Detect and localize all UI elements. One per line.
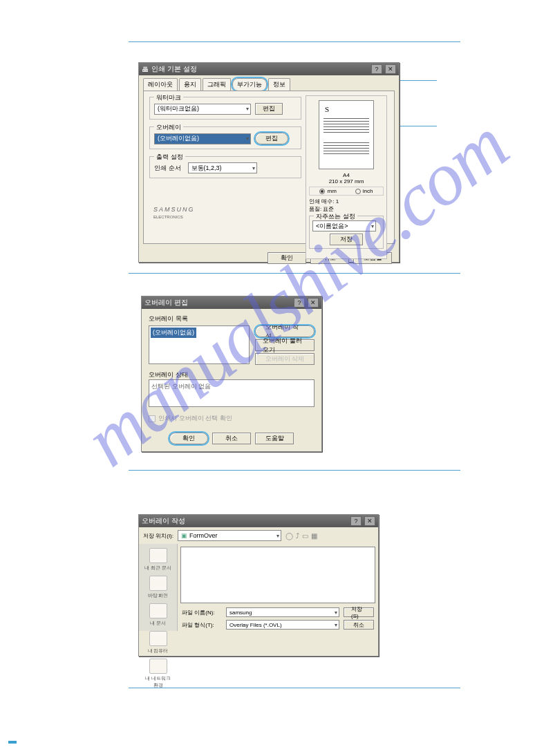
cancel-button[interactable]: 취소 <box>344 620 374 630</box>
place-desktop[interactable]: 바탕 화면 <box>144 576 173 599</box>
unit-mm-radio[interactable]: mm <box>319 188 336 194</box>
places-bar: 내 최근 문서 바탕 화면 내 문서 내 컴퓨터 내 네트워크 환경 <box>139 544 178 631</box>
close-icon[interactable]: ✕ <box>364 516 375 526</box>
toolbar-icons: ◯ ⤴ ▭ ▦ <box>285 532 317 540</box>
page-number <box>8 741 17 744</box>
samsung-logo: SAMSUNG ELECTRONICS <box>153 206 195 220</box>
help-icon[interactable]: ? <box>371 64 382 74</box>
save-button[interactable]: 저장(S) <box>344 607 374 617</box>
printer-icon: 🖶 <box>142 66 149 73</box>
page-preview: S <box>319 100 374 169</box>
save-location-select[interactable]: ▣ FormOver <box>178 530 281 541</box>
tab-extras[interactable]: 부가기능 <box>232 78 267 91</box>
back-icon[interactable]: ◯ <box>285 532 293 540</box>
overlay-status-box: 선택된 오버레이 없음 <box>149 379 315 407</box>
titlebar: 오버레이 작성 ? ✕ <box>139 515 378 527</box>
filetype-label: 파일 형식(T): <box>182 621 222 629</box>
place-network[interactable]: 내 네트워크 환경 <box>144 659 173 689</box>
output-legend: 출력 설정 <box>154 153 185 162</box>
tab-about[interactable]: 정보 <box>268 78 290 91</box>
print-prefs-window: 🖶 인쇄 기본 설정 ? ✕ 레이아웃 용지 그래픽 부가기능 정보 워터마크 … <box>138 62 400 263</box>
overlay-legend: 오버레이 <box>154 123 183 132</box>
list-item[interactable]: (오버레이없음) <box>151 328 196 338</box>
confirm-on-print-checkbox: 인쇄시 오버레이 선택 확인 <box>149 414 315 423</box>
location-row: 저장 위치(I): ▣ FormOver ◯ ⤴ ▭ ▦ <box>139 527 378 544</box>
favorites-fieldset: 자주쓰는 설정 <이름없음> 저장 <box>309 216 384 249</box>
copies-text: 인쇄 매수: 1 <box>309 198 384 205</box>
watermark-select[interactable]: (워터마크없음) <box>154 104 251 115</box>
tab-layout[interactable]: 레이아웃 <box>143 78 178 91</box>
overlay-create-window: 오버레이 작성 ? ✕ 저장 위치(I): ▣ FormOver ◯ ⤴ ▭ ▦… <box>138 514 379 656</box>
divider <box>129 470 460 471</box>
overlay-delete-button: 오버레이 삭제 <box>255 353 315 365</box>
ok-button[interactable]: 확인 <box>268 252 306 264</box>
tab-panel: 워터마크 (워터마크없음) 편집 오버레이 (오버레이없음) 편집 출력 설정 … <box>143 91 395 244</box>
close-icon[interactable]: ✕ <box>385 64 396 74</box>
divider <box>129 273 460 274</box>
filetype-row: 파일 형식(T): Overlay Files (*.OVL) 취소 <box>178 618 378 631</box>
tab-strip: 레이아웃 용지 그래픽 부가기능 정보 <box>139 75 399 91</box>
filetype-select[interactable]: Overlay Files (*.OVL) <box>226 620 339 630</box>
tab-graphics[interactable]: 그래픽 <box>203 78 231 91</box>
favorites-save-button[interactable]: 저장 <box>330 234 363 245</box>
up-icon[interactable]: ⤴ <box>296 532 299 540</box>
filename-row: 파일 이름(N): samsung 저장(S) <box>178 606 378 618</box>
window-title: 인쇄 기본 설정 <box>151 64 197 74</box>
favorites-select[interactable]: <이름없음> <box>312 220 376 231</box>
overlay-load-button[interactable]: 오버레이 불러오기 <box>255 339 315 351</box>
unit-inch-radio[interactable]: inch <box>355 188 373 194</box>
overlay-edit-button[interactable]: 편집 <box>255 133 288 144</box>
filename-label: 파일 이름(N): <box>182 609 222 616</box>
views-icon[interactable]: ▦ <box>311 532 317 540</box>
overlay-create-button[interactable]: 오버레이 작성 <box>255 325 315 337</box>
place-computer[interactable]: 내 컴퓨터 <box>144 631 173 654</box>
output-fieldset: 출력 설정 인쇄 순서 보통(1,2,3) <box>149 156 301 178</box>
save-location-label: 저장 위치(I): <box>143 532 173 540</box>
help-button[interactable]: 도움말 <box>255 433 294 444</box>
paper-size: 210 x 297 mm <box>309 178 384 185</box>
close-icon[interactable]: ✕ <box>308 298 319 308</box>
watermark-edit-button[interactable]: 편집 <box>255 103 283 115</box>
place-recent[interactable]: 내 최근 문서 <box>144 548 173 571</box>
newfolder-icon[interactable]: ▭ <box>302 532 308 540</box>
divider <box>129 688 460 688</box>
file-list-area[interactable] <box>180 547 375 603</box>
window-title: 오버레이 편집 <box>144 298 188 308</box>
print-order-select[interactable]: 보통(1,2,3) <box>188 162 257 173</box>
divider <box>129 41 460 42</box>
help-icon[interactable]: ? <box>294 298 305 308</box>
ok-button[interactable]: 확인 <box>169 433 208 444</box>
print-order-label: 인쇄 순서 <box>154 164 181 173</box>
titlebar: 🖶 인쇄 기본 설정 ? ✕ <box>139 63 399 75</box>
window-title: 오버레이 작성 <box>142 516 185 526</box>
tab-paper[interactable]: 용지 <box>179 78 201 91</box>
folder-icon: ▣ <box>181 532 187 539</box>
overlay-status-label: 오버레이 상태 <box>149 370 315 379</box>
overlay-listbox[interactable]: (오버레이없음) <box>149 325 250 364</box>
titlebar: 오버레이 편집 ? ✕ <box>142 296 321 309</box>
cancel-button[interactable]: 취소 <box>212 433 251 444</box>
overlay-select[interactable]: (오버레이없음) <box>154 133 251 144</box>
preview-pane: S A4 210 x 297 mm mm inch 인쇄 매수: 1 품질: 표… <box>306 95 387 259</box>
filename-input[interactable]: samsung <box>226 607 339 617</box>
watermark-fieldset: 워터마크 (워터마크없음) 편집 <box>149 97 301 120</box>
overlay-edit-window: 오버레이 편집 ? ✕ 오버레이 목록 (오버레이없음) 오버레이 작성 오버레… <box>141 296 322 452</box>
overlay-fieldset: 오버레이 (오버레이없음) 편집 <box>149 126 301 149</box>
preview-s-icon: S <box>325 105 329 113</box>
watermark-legend: 워터마크 <box>154 93 183 102</box>
paper-name: A4 <box>309 172 384 178</box>
help-icon[interactable]: ? <box>350 516 362 526</box>
dialog-buttons: 확인 취소 도움말 <box>142 428 321 448</box>
place-documents[interactable]: 내 문서 <box>144 603 173 627</box>
